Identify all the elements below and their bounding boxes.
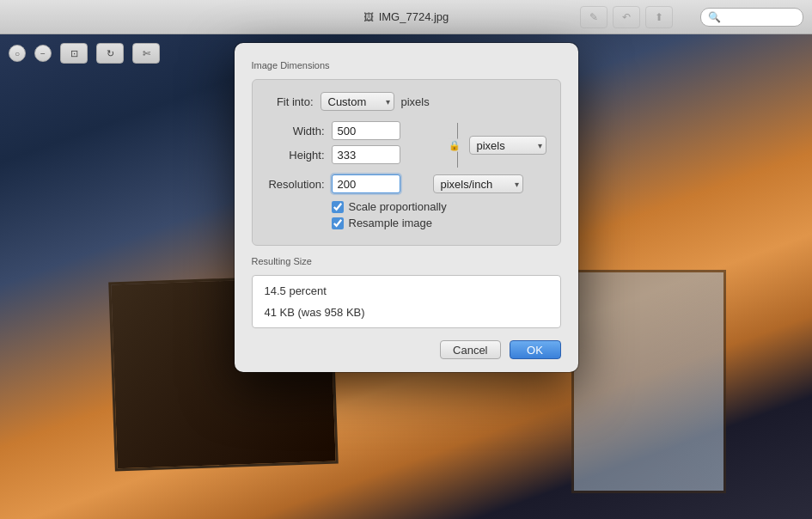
result-box: 14.5 percent 41 KB (was 958 KB) — [252, 275, 561, 328]
lock-icon: 🔒 — [448, 139, 461, 152]
pixels-select-wrapper[interactable]: pixels percent inches cm mm — [469, 136, 546, 155]
fit-into-select[interactable]: Custom Fit Width Fit Height Fit Page — [321, 92, 394, 111]
result-percent: 14.5 percent — [265, 284, 548, 297]
image-dimensions-label: Image Dimensions — [252, 60, 561, 70]
resolution-unit-select-wrapper[interactable]: pixels/inch pixels/cm — [433, 174, 523, 193]
window-title: IMG_7724.jpg — [379, 10, 449, 23]
resolution-label: Resolution: — [266, 178, 325, 191]
result-size: 41 KB (was 958 KB) — [265, 306, 548, 319]
pixels-select[interactable]: pixels percent inches cm mm — [469, 136, 546, 155]
width-height-group: Width: Height: 🔒 — [266, 121, 546, 169]
dim-rows-left: Width: Height: — [266, 121, 445, 169]
cancel-button[interactable]: Cancel — [440, 340, 500, 359]
width-label: Width: — [266, 125, 325, 137]
button-row: Cancel OK — [252, 340, 561, 359]
width-row: Width: — [266, 121, 445, 140]
resample-image-checkbox[interactable] — [332, 217, 344, 229]
file-icon: 🖼 — [363, 11, 374, 23]
dimensions-area: Width: Height: 🔒 — [266, 121, 546, 229]
resulting-size-section: Resulting Size 14.5 percent 41 KB (was 9… — [252, 256, 561, 328]
height-label: Height: — [266, 149, 325, 162]
image-dimensions-dialog: Image Dimensions Fit into: Custom Fit Wi… — [235, 43, 578, 372]
share-button[interactable]: ⬆ — [645, 6, 673, 28]
resolution-unit-select[interactable]: pixels/inch pixels/cm — [433, 174, 523, 193]
scale-proportionally-row: Scale proportionally — [332, 200, 546, 213]
scale-proportionally-label[interactable]: Scale proportionally — [349, 200, 447, 213]
resulting-size-label: Resulting Size — [252, 256, 561, 266]
height-row: Height: — [266, 145, 445, 164]
fit-into-unit: pixels — [401, 95, 430, 108]
search-box[interactable]: 🔍 — [700, 8, 803, 27]
titlebar-title: 🖼 IMG_7724.jpg — [363, 10, 449, 23]
resolution-input[interactable] — [332, 174, 400, 193]
resolution-row: Resolution: pixels/inch pixels/cm — [266, 174, 546, 193]
resample-image-row: Resample image — [332, 217, 546, 229]
width-input[interactable] — [332, 121, 400, 140]
ok-button[interactable]: OK — [510, 340, 561, 359]
lock-bracket: 🔒 — [445, 121, 464, 169]
fit-into-label: Fit into: — [266, 95, 314, 108]
fit-into-select-wrapper[interactable]: Custom Fit Width Fit Height Fit Page — [321, 92, 394, 111]
search-icon: 🔍 — [708, 11, 721, 23]
pixels-select-wrapper-outer: pixels percent inches cm mm — [469, 121, 546, 169]
resample-image-label[interactable]: Resample image — [349, 217, 433, 229]
height-input[interactable] — [332, 145, 400, 164]
fit-into-row: Fit into: Custom Fit Width Fit Height Fi… — [266, 92, 546, 111]
modal-overlay: Image Dimensions Fit into: Custom Fit Wi… — [0, 34, 812, 519]
scale-proportionally-checkbox[interactable] — [332, 201, 344, 213]
forward-button[interactable]: ↶ — [613, 6, 640, 28]
dimensions-section: Fit into: Custom Fit Width Fit Height Fi… — [252, 79, 561, 246]
edit-button[interactable]: ✎ — [580, 6, 607, 28]
right-toolbar: ✎ ↶ ⬆ 🔍 — [571, 0, 812, 34]
